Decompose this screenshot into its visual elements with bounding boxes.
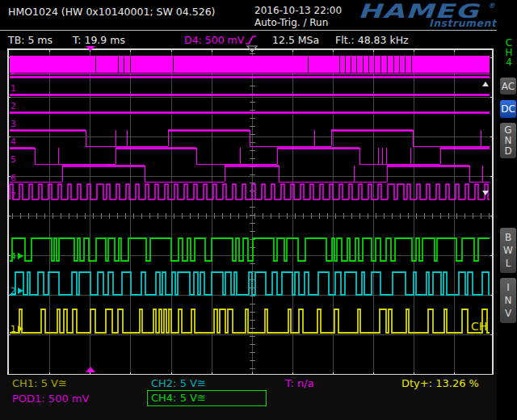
d0-gap (173, 56, 174, 73)
d0-gap (308, 56, 309, 73)
pod-channel-label: 5 (11, 154, 16, 165)
d0-gap (387, 56, 388, 73)
d0-gap (339, 56, 340, 73)
d0-gap (393, 56, 394, 73)
pod-channel-label: 1 (11, 83, 16, 94)
invert-button[interactable]: INV (500, 278, 516, 323)
ch-overlay-label: CH (471, 320, 487, 333)
d0-gap (405, 56, 406, 73)
ch1-channel-marker: 1 (11, 324, 16, 334)
d0-gap (345, 56, 346, 73)
ch1-readout: CH1: 5 V≅ (12, 377, 67, 389)
bandwidth-limit-button[interactable]: BWL (500, 228, 516, 273)
pod-channel-label: 3 (11, 119, 16, 129)
oscilloscope-screen: HMO1024 (HW 0x10140001; SW 04.526) 2016-… (0, 0, 517, 420)
d0-gap (95, 56, 96, 73)
menu-channel-title: CH4 (504, 38, 514, 67)
d0-gap (124, 56, 124, 73)
coupling-ac-button[interactable]: AC (500, 78, 516, 94)
ch4-readout: CH4: 5 V≅ (151, 392, 206, 404)
coupling-gnd-button[interactable]: GND (500, 123, 516, 158)
ch2-readout: CH2: 5 V≅ (151, 377, 206, 389)
d0-gap (374, 56, 375, 73)
d0-gap (399, 56, 400, 73)
pod-channel-label: 2 (11, 101, 16, 111)
trigger-freq-readout: T: n/a (285, 377, 314, 389)
d0-gap (118, 56, 119, 73)
d0-gap (363, 56, 364, 73)
pod1-readout: POD1: 500 mV (12, 393, 89, 405)
coupling-dc-button[interactable]: DC (500, 100, 516, 118)
ch2-channel-marker: 2 (11, 286, 16, 296)
softkey-menu: CH4 AC DC GND BWL INV (497, 0, 517, 420)
d0-gap (368, 56, 369, 73)
duty-cycle-readout: Dty+: 13.26 % (401, 377, 479, 389)
d0-gap (411, 56, 412, 73)
pod-channel-label: 4 (11, 136, 16, 147)
d0-gap (356, 56, 357, 73)
d0-gap (130, 56, 131, 73)
d0-dense-band (10, 56, 490, 73)
d0-gap (380, 56, 381, 73)
d0-gap (351, 56, 351, 73)
graticule-frame (8, 49, 493, 375)
scope-display: 01234567421CH (0, 0, 517, 420)
ch4-channel-marker: 4 (11, 251, 16, 262)
